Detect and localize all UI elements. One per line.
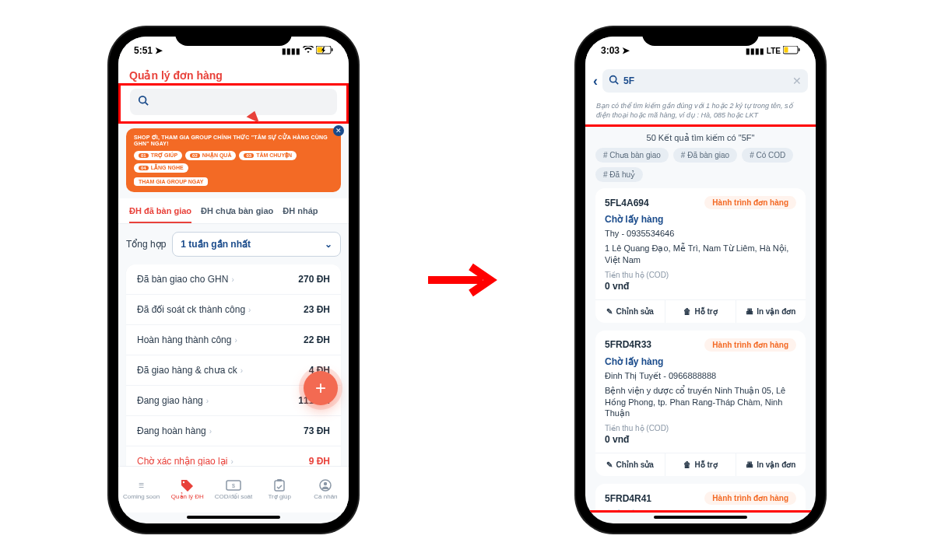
summary-row[interactable]: Đã đối soát ck thành công ›23 ĐH [126,295,341,325]
chip-cancelled[interactable]: # Đã huỷ [595,167,643,182]
tab-draft[interactable]: ĐH nháp [283,206,318,223]
row-value: 23 ĐH [304,304,330,315]
banner-pill: 04LẮNG NGHE [134,163,188,173]
notch [642,27,759,46]
svg-rect-9 [277,479,282,481]
order-journey-badge[interactable]: Hành trình đơn hàng [704,196,796,209]
search-input[interactable] [619,75,792,86]
order-amount: 0 vnđ [605,434,796,445]
chevron-right-icon: › [241,366,243,375]
cod-label: Tiền thu hộ (COD) [605,424,796,432]
row-label: Đang giao hàng › [137,395,209,406]
search-icon [609,74,619,88]
order-status: Chờ lấy hàng [605,356,796,367]
nav-cod[interactable]: $COD/đối soát [210,467,256,513]
search-box[interactable]: ✕ [602,69,808,93]
print-button[interactable]: 🖶In vận đơn [736,453,806,476]
summary-row[interactable]: Hoàn hàng thành công ›22 ĐH [126,325,341,355]
svg-rect-14 [799,48,800,51]
back-button[interactable]: ‹ [593,73,598,89]
search-hint: Bạn có thể tìm kiếm gần đúng với 1 hoặc … [585,97,816,124]
chip-delivered[interactable]: # Đã bàn giao [673,148,737,163]
row-label: Đã bàn giao cho GHN › [137,274,234,285]
search-topbar: ‹ ✕ [585,65,816,97]
summary-row[interactable]: Chờ xác nhận giao lại ›9 ĐH [126,446,341,466]
order-card[interactable]: 5FL4A694Hành trình đơn hàng Chờ lấy hàng… [595,188,806,323]
row-value: 9 ĐH [309,456,330,466]
svg-rect-1 [318,47,323,52]
cod-label: Tiền thu hộ (COD) [605,271,796,279]
row-value: 270 ĐH [298,274,330,285]
banner-cta[interactable]: THAM GIA GROUP NGAY [134,177,208,186]
bottom-nav: ☰Coming soon Quản lý ĐH $COD/đối soát Tr… [118,466,349,513]
fab-add-order[interactable]: + [304,371,338,405]
chip-cod[interactable]: # Có COD [742,148,793,163]
menu-icon: ☰ [134,479,149,492]
edit-button[interactable]: ✎Chỉnh sửa [595,300,665,323]
page-title: Quản lý đơn hàng [118,65,349,83]
order-amount: 0 vnđ [605,281,796,292]
chevron-right-icon: › [206,397,209,405]
search-box[interactable] [130,89,337,115]
phone-right: 3:03➤ ▮▮▮▮ LTE ‹ ✕ Bạn có thể tìm kiếm g… [576,27,825,533]
svg-rect-13 [785,47,788,52]
location-icon: ➤ [622,45,630,56]
search-icon [138,95,149,109]
tab-undilivered[interactable]: ĐH chưa bàn giao [201,206,273,223]
order-code: 5FL4A694 [605,198,649,208]
chevron-right-icon: › [248,306,251,314]
chevron-right-icon: › [230,457,233,466]
search-input[interactable] [149,96,329,108]
svg-text:$: $ [232,483,235,488]
svg-line-4 [146,103,149,106]
promo-banner[interactable]: ✕ SHOP ƠI, THAM GIA GROUP CHÍNH THỨC "TÂ… [126,128,341,192]
chevron-right-icon: › [234,336,237,345]
order-card[interactable]: 5FRD4R41Hành trình đơn hàng Chờ lấy hàng… [595,484,806,510]
svg-line-16 [616,82,618,84]
printer-icon: 🖶 [746,307,753,316]
summary-row[interactable]: Đang hoàn hàng ›73 ĐH [126,416,341,446]
row-label: Đã đối soát ck thành công › [137,304,251,315]
nav-coming-soon[interactable]: ☰Coming soon [118,467,164,513]
clear-icon[interactable]: ✕ [792,75,802,87]
svg-point-11 [324,482,327,485]
arrow-right [424,261,510,299]
support-button[interactable]: 🗑Hỗ trợ [665,300,736,323]
svg-rect-8 [275,481,284,491]
svg-point-3 [139,96,146,103]
chip-undilivered[interactable]: # Chưa bàn giao [595,148,669,163]
location-icon: ➤ [155,45,163,56]
period-select[interactable]: 1 tuần gần nhất ⌄ [172,232,341,257]
print-button[interactable]: 🖶In vận đơn [736,300,806,323]
edit-button[interactable]: ✎Chỉnh sửa [595,453,665,476]
nav-profile[interactable]: Cá nhân [303,467,349,513]
signal-icon: ▮▮▮▮ [746,47,764,55]
nav-orders[interactable]: Quản lý ĐH [164,467,210,513]
order-card[interactable]: 5FRD4R33Hành trình đơn hàng Chờ lấy hàng… [595,331,806,476]
support-button[interactable]: 🗑Hỗ trợ [665,453,736,476]
chevron-down-icon: ⌄ [325,239,332,250]
order-journey-badge[interactable]: Hành trình đơn hàng [704,338,796,352]
clipboard-icon [272,479,287,492]
nav-help[interactable]: Trợ giúp [257,467,303,513]
banner-pill: 02NHẬN QUÀ [185,151,236,160]
home-indicator [654,516,747,519]
order-status: Chờ lấy hàng [605,509,796,510]
battery-icon [316,46,333,56]
order-journey-badge[interactable]: Hành trình đơn hàng [704,492,796,505]
order-code: 5FRD4R33 [605,339,651,350]
summary-row[interactable]: Đã bàn giao cho GHN ›270 ĐH [126,264,341,295]
tab-delivered[interactable]: ĐH đã bàn giao [129,206,191,223]
printer-icon: 🖶 [746,460,753,469]
order-contact: Thy - 0935534646 [605,228,796,240]
network-label: LTE [767,47,781,55]
wifi-icon [303,46,314,55]
row-label: Hoàn hàng thành công › [137,334,237,345]
phone-left: 5:51➤ ▮▮▮▮ Quản lý đơn hàng [109,27,358,533]
close-icon[interactable]: ✕ [333,125,344,136]
trash-icon: 🗑 [683,307,691,316]
svg-point-5 [183,481,184,483]
row-label: Chờ xác nhận giao lại › [137,456,234,466]
filter-chips: # Chưa bàn giao # Đã bàn giao # Có COD #… [588,148,813,188]
banner-pill: 03TÂM CHUYỆN [239,151,297,160]
